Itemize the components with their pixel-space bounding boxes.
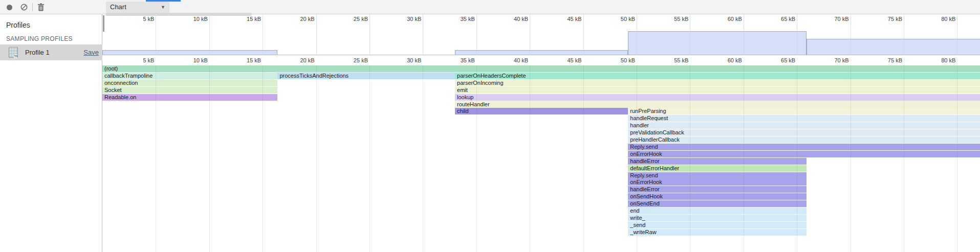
memory-profiler-panel: Chart ▼ Profiles SAMPLING PROFILES % Pro… <box>0 0 980 252</box>
chart-gridline <box>744 65 744 252</box>
flame-frame[interactable]: Readable.on <box>102 94 277 101</box>
flame-frame[interactable]: onErrorHook <box>628 151 980 157</box>
chart-gridline <box>797 65 797 252</box>
sampling-profiles-header: SAMPLING PROFILES <box>6 35 73 42</box>
chart-gridline <box>209 65 210 252</box>
view-mode-select[interactable]: Chart ▼ <box>106 2 169 13</box>
chart-gridline <box>637 65 637 252</box>
chart-gridline <box>156 65 156 252</box>
chart-gridline <box>851 65 851 252</box>
chart-gridline <box>476 65 477 252</box>
flame-chart: (root)callbackTrampolineprocessTicksAndR… <box>102 14 980 252</box>
chart-gridline <box>316 65 317 252</box>
flame-frame[interactable]: parserOnHeadersComplete <box>455 73 980 79</box>
flame-frame[interactable]: preHandlerCallback <box>628 136 980 143</box>
chart-gridline <box>263 65 263 252</box>
sidebar-item-profile-1[interactable]: % Profile 1 Save <box>0 44 102 60</box>
active-tab-indicator <box>146 0 181 2</box>
save-link[interactable]: Save <box>83 49 99 56</box>
chart-gridline <box>904 65 904 252</box>
chart-gridline <box>583 65 584 252</box>
flame-frame[interactable]: _writeRaw <box>628 229 807 236</box>
trash-icon[interactable] <box>37 3 45 11</box>
flame-frame[interactable]: onErrorHook <box>628 179 807 186</box>
flame-frame[interactable]: parserOnIncoming <box>455 80 980 86</box>
view-mode-value: Chart <box>110 3 126 11</box>
flame-frame[interactable]: onconnection <box>102 80 277 86</box>
flame-frame[interactable]: _send <box>628 222 807 228</box>
flame-frame[interactable]: runPreParsing <box>628 108 980 114</box>
flame-frame[interactable]: handleRequest <box>628 115 980 122</box>
flame-frame[interactable]: emit <box>455 87 980 94</box>
chart-gridline <box>369 65 370 252</box>
flame-frame[interactable]: callbackTrampoline <box>102 73 277 79</box>
flame-frame[interactable]: preValidationCallback <box>628 129 980 136</box>
chart-gridline <box>423 65 423 252</box>
flame-frame[interactable]: onSendHook <box>628 193 807 200</box>
flame-frame[interactable]: lookup <box>455 94 980 101</box>
flame-frame[interactable]: Reply.send <box>628 144 980 150</box>
flame-frame[interactable]: onSendEnd <box>628 200 807 207</box>
toolbar: Chart ▼ <box>0 0 980 14</box>
toolbar-divider <box>32 3 33 11</box>
flame-frame[interactable]: child <box>455 108 628 114</box>
flame-frame[interactable]: handleError <box>628 158 807 165</box>
flame-frame[interactable]: handleError <box>628 186 807 193</box>
profiles-sidebar: Profiles SAMPLING PROFILES % Profile 1 S… <box>0 14 102 252</box>
flame-frame[interactable]: write_ <box>628 215 807 221</box>
sidebar-title: Profiles <box>6 21 30 29</box>
flame-frame[interactable]: defaultErrorHandler <box>628 165 807 172</box>
flame-frame[interactable]: routeHandler <box>455 101 980 108</box>
chart-gridline <box>530 65 530 252</box>
flame-frame[interactable]: (root) <box>102 65 980 72</box>
flame-frame[interactable]: Socket <box>102 87 277 94</box>
record-button[interactable] <box>7 5 12 10</box>
flame-frame[interactable]: Reply.send <box>628 172 807 179</box>
flame-frame[interactable]: handler <box>628 122 980 129</box>
flame-chart-pane: 5 kB10 kB15 kB20 kB25 kB30 kB35 kB40 kB4… <box>102 14 980 252</box>
flame-frame[interactable]: end <box>628 208 807 214</box>
flame-frame[interactable]: processTicksAndRejections <box>277 73 455 79</box>
chart-gridline <box>690 65 690 252</box>
chevron-down-icon: ▼ <box>161 2 165 13</box>
clear-all-icon[interactable] <box>20 4 28 11</box>
chart-gridline <box>957 65 957 252</box>
profile-name: Profile 1 <box>25 49 50 56</box>
profile-icon: % <box>9 47 18 58</box>
